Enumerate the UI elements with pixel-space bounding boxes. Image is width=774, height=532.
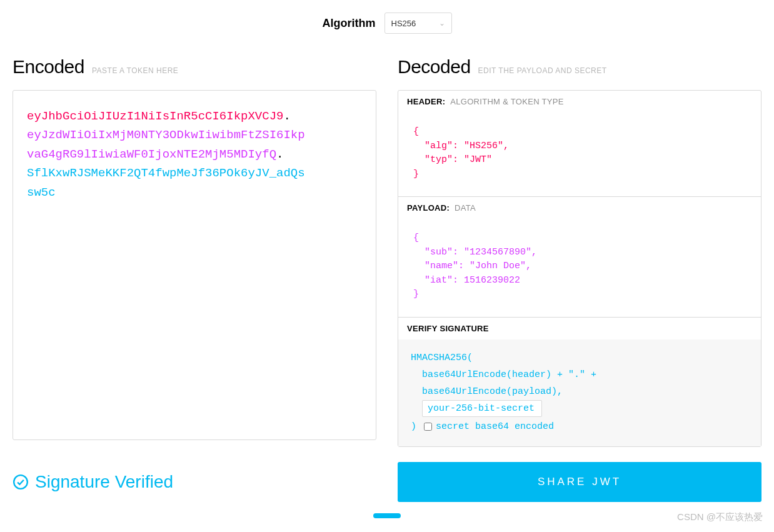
header-segment: HEADER: ALGORITHM & TOKEN TYPE { "alg": … (398, 91, 761, 197)
sig-line-1: base64UrlEncode(header) + "." + (411, 366, 748, 383)
watermark: CSDN @不应该热爱 (677, 511, 763, 523)
encoded-token-box[interactable]: eyJhbGciOiJIUzI1NiIsInR5cCI6IkpXVCJ9. ey… (13, 90, 376, 440)
payload-head-strong: PAYLOAD: (407, 203, 450, 213)
header-head-strong: HEADER: (407, 97, 445, 106)
algorithm-label: Algorithm (323, 17, 376, 30)
payload-head-weak: DATA (455, 203, 476, 213)
payload-seg-head: PAYLOAD: DATA (398, 197, 761, 219)
sig-fn: HMACSHA256( (411, 349, 748, 366)
algorithm-selected: HS256 (391, 19, 416, 28)
secret-base64-label: secret base64 encoded (436, 418, 554, 435)
payload-body[interactable]: { "sub": "1234567890", "name": "John Doe… (398, 219, 761, 317)
sig-close-paren: ) (411, 418, 416, 435)
header-seg-head: HEADER: ALGORITHM & TOKEN TYPE (398, 91, 761, 113)
sig-secret-wrap (411, 400, 748, 417)
decoded-title-row: Decoded EDIT THE PAYLOAD AND SECRET (398, 56, 761, 78)
secret-base64-checkbox[interactable] (424, 423, 432, 431)
signature-seg-head: VERIFY SIGNATURE (398, 318, 761, 339)
columns: Encoded PASTE A TOKEN HERE eyJhbGciOiJIU… (0, 56, 774, 447)
progress-indicator (373, 513, 401, 518)
decoded-box: HEADER: ALGORITHM & TOKEN TYPE { "alg": … (398, 90, 761, 447)
algorithm-row: Algorithm HS256 ⌄ (0, 0, 774, 56)
token-payload-part-l1: eyJzdWIiOiIxMjM0NTY3ODkwIiwibmFtZSI6Ikp (27, 128, 305, 142)
token-header-part: eyJhbGciOiJIUzI1NiIsInR5cCI6IkpXVCJ9 (27, 109, 283, 123)
token-signature-part-l1: SflKxwRJSMeKKF2QT4fwpMeJf36POk6yJV_adQs (27, 166, 305, 180)
signature-verified-text: Signature Verified (35, 472, 173, 492)
payload-segment: PAYLOAD: DATA { "sub": "1234567890", "na… (398, 197, 761, 318)
footer-row: Signature Verified SHARE JWT (0, 447, 774, 502)
sig-close-line: ) secret base64 encoded (411, 418, 748, 435)
signature-body: HMACSHA256( base64UrlEncode(header) + ".… (398, 339, 761, 446)
share-jwt-button[interactable]: SHARE JWT (398, 462, 761, 502)
check-circle-icon (13, 474, 29, 490)
token-payload-part-l2: vaG4gRG9lIiwiaWF0IjoxNTE2MjM5MDIyfQ (27, 148, 276, 161)
token-dot-2: . (276, 148, 283, 161)
encoded-sub: PASTE A TOKEN HERE (92, 66, 178, 75)
signature-segment: VERIFY SIGNATURE HMACSHA256( base64UrlEn… (398, 318, 761, 446)
svg-point-0 (14, 475, 28, 489)
header-body[interactable]: { "alg": "HS256", "typ": "JWT" } (398, 113, 761, 196)
decoded-column: Decoded EDIT THE PAYLOAD AND SECRET HEAD… (398, 56, 761, 447)
token-dot-1: . (283, 109, 290, 123)
decoded-title: Decoded (398, 56, 471, 78)
chevron-down-icon: ⌄ (439, 19, 445, 28)
encoded-title: Encoded (13, 56, 84, 78)
sig-line-2: base64UrlEncode(payload), (411, 383, 748, 400)
signature-verified: Signature Verified (13, 472, 376, 492)
token-signature-part-l2: sw5c (27, 186, 56, 199)
signature-head-strong: VERIFY SIGNATURE (407, 324, 489, 333)
algorithm-select[interactable]: HS256 ⌄ (384, 13, 452, 34)
decoded-sub: EDIT THE PAYLOAD AND SECRET (478, 66, 607, 75)
encoded-title-row: Encoded PASTE A TOKEN HERE (13, 56, 376, 78)
secret-input[interactable] (422, 400, 542, 417)
encoded-column: Encoded PASTE A TOKEN HERE eyJhbGciOiJIU… (13, 56, 376, 447)
header-head-weak: ALGORITHM & TOKEN TYPE (450, 97, 563, 106)
